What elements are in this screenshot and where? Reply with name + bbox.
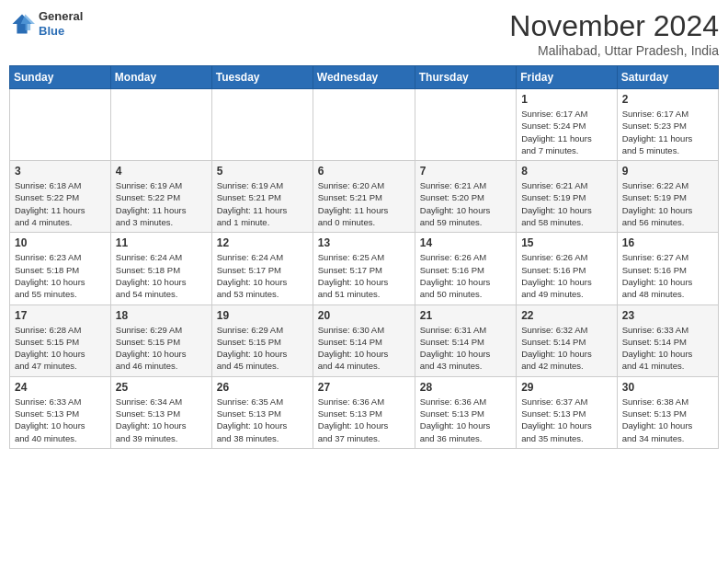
- calendar-cell: 5Sunrise: 6:19 AM Sunset: 5:21 PM Daylig…: [211, 161, 313, 233]
- title-block: November 2024 Malihabad, Uttar Pradesh, …: [509, 9, 719, 58]
- weekday-header-wednesday: Wednesday: [313, 66, 415, 89]
- day-number: 10: [15, 236, 106, 249]
- day-info: Sunrise: 6:26 AM Sunset: 5:16 PM Dayligh…: [420, 251, 511, 300]
- day-info: Sunrise: 6:21 AM Sunset: 5:20 PM Dayligh…: [420, 179, 511, 228]
- calendar-cell: 3Sunrise: 6:18 AM Sunset: 5:22 PM Daylig…: [10, 161, 111, 233]
- week-row-4: 17Sunrise: 6:28 AM Sunset: 5:15 PM Dayli…: [10, 304, 719, 376]
- day-info: Sunrise: 6:37 AM Sunset: 5:13 PM Dayligh…: [521, 396, 612, 444]
- day-number: 2: [622, 93, 713, 106]
- day-number: 17: [15, 309, 106, 322]
- day-info: Sunrise: 6:35 AM Sunset: 5:13 PM Dayligh…: [217, 396, 308, 444]
- calendar-cell: 30Sunrise: 6:38 AM Sunset: 5:13 PM Dayli…: [617, 376, 718, 448]
- day-info: Sunrise: 6:18 AM Sunset: 5:22 PM Dayligh…: [15, 179, 106, 228]
- calendar-cell: 20Sunrise: 6:30 AM Sunset: 5:14 PM Dayli…: [313, 304, 415, 376]
- day-number: 16: [622, 236, 713, 249]
- calendar-cell: 22Sunrise: 6:32 AM Sunset: 5:14 PM Dayli…: [517, 304, 618, 376]
- day-info: Sunrise: 6:30 AM Sunset: 5:14 PM Dayligh…: [318, 324, 410, 373]
- day-info: Sunrise: 6:17 AM Sunset: 5:24 PM Dayligh…: [521, 108, 612, 156]
- day-number: 24: [15, 381, 106, 394]
- day-info: Sunrise: 6:33 AM Sunset: 5:14 PM Dayligh…: [622, 324, 713, 373]
- day-info: Sunrise: 6:19 AM Sunset: 5:21 PM Dayligh…: [217, 179, 308, 228]
- day-number: 30: [622, 381, 713, 394]
- calendar-cell: 15Sunrise: 6:26 AM Sunset: 5:16 PM Dayli…: [517, 233, 618, 304]
- calendar-table: SundayMondayTuesdayWednesdayThursdayFrid…: [9, 65, 719, 449]
- calendar-cell: 16Sunrise: 6:27 AM Sunset: 5:16 PM Dayli…: [617, 233, 718, 304]
- calendar-cell: 10Sunrise: 6:23 AM Sunset: 5:18 PM Dayli…: [10, 233, 111, 304]
- calendar-cell: 23Sunrise: 6:33 AM Sunset: 5:14 PM Dayli…: [617, 304, 718, 376]
- day-number: 20: [318, 309, 410, 322]
- day-number: 3: [15, 165, 106, 178]
- day-info: Sunrise: 6:21 AM Sunset: 5:19 PM Dayligh…: [521, 179, 612, 228]
- day-number: 13: [318, 236, 410, 249]
- weekday-header-friday: Friday: [517, 66, 618, 89]
- weekday-header-row: SundayMondayTuesdayWednesdayThursdayFrid…: [10, 66, 719, 89]
- day-info: Sunrise: 6:20 AM Sunset: 5:21 PM Dayligh…: [318, 179, 410, 228]
- day-info: Sunrise: 6:22 AM Sunset: 5:19 PM Dayligh…: [622, 179, 713, 228]
- weekday-header-thursday: Thursday: [415, 66, 516, 89]
- day-number: 7: [420, 165, 511, 178]
- calendar-cell: 8Sunrise: 6:21 AM Sunset: 5:19 PM Daylig…: [517, 161, 618, 233]
- day-info: Sunrise: 6:33 AM Sunset: 5:13 PM Dayligh…: [15, 396, 106, 444]
- week-row-2: 3Sunrise: 6:18 AM Sunset: 5:22 PM Daylig…: [10, 161, 719, 233]
- day-number: 21: [420, 309, 511, 322]
- day-number: 8: [521, 165, 612, 178]
- calendar-cell: [415, 89, 516, 161]
- day-info: Sunrise: 6:29 AM Sunset: 5:15 PM Dayligh…: [116, 324, 207, 373]
- calendar-cell: [313, 89, 415, 161]
- calendar-cell: 29Sunrise: 6:37 AM Sunset: 5:13 PM Dayli…: [517, 376, 618, 448]
- day-info: Sunrise: 6:36 AM Sunset: 5:13 PM Dayligh…: [420, 396, 511, 444]
- day-number: 5: [217, 165, 308, 178]
- day-number: 26: [217, 381, 308, 394]
- calendar-cell: [110, 89, 211, 161]
- location: Malihabad, Uttar Pradesh, India: [509, 43, 719, 58]
- calendar-cell: 25Sunrise: 6:34 AM Sunset: 5:13 PM Dayli…: [110, 376, 211, 448]
- calendar-cell: 14Sunrise: 6:26 AM Sunset: 5:16 PM Dayli…: [415, 233, 516, 304]
- month-title: November 2024: [509, 9, 719, 43]
- calendar-cell: 19Sunrise: 6:29 AM Sunset: 5:15 PM Dayli…: [211, 304, 313, 376]
- calendar-cell: 9Sunrise: 6:22 AM Sunset: 5:19 PM Daylig…: [617, 161, 718, 233]
- day-number: 12: [217, 236, 308, 249]
- calendar-cell: 27Sunrise: 6:36 AM Sunset: 5:13 PM Dayli…: [313, 376, 415, 448]
- logo-text: General Blue: [39, 9, 83, 38]
- day-number: 28: [420, 381, 511, 394]
- page-header: General Blue November 2024 Malihabad, Ut…: [9, 9, 719, 58]
- day-info: Sunrise: 6:28 AM Sunset: 5:15 PM Dayligh…: [15, 324, 106, 373]
- day-number: 9: [622, 165, 713, 178]
- day-info: Sunrise: 6:19 AM Sunset: 5:22 PM Dayligh…: [116, 179, 207, 228]
- calendar-cell: 17Sunrise: 6:28 AM Sunset: 5:15 PM Dayli…: [10, 304, 111, 376]
- day-number: 18: [116, 309, 207, 322]
- calendar-cell: 1Sunrise: 6:17 AM Sunset: 5:24 PM Daylig…: [517, 89, 618, 161]
- day-info: Sunrise: 6:24 AM Sunset: 5:17 PM Dayligh…: [217, 251, 308, 300]
- day-number: 14: [420, 236, 511, 249]
- week-row-5: 24Sunrise: 6:33 AM Sunset: 5:13 PM Dayli…: [10, 376, 719, 448]
- day-info: Sunrise: 6:32 AM Sunset: 5:14 PM Dayligh…: [521, 324, 612, 373]
- calendar-cell: 24Sunrise: 6:33 AM Sunset: 5:13 PM Dayli…: [10, 376, 111, 448]
- calendar-cell: 4Sunrise: 6:19 AM Sunset: 5:22 PM Daylig…: [110, 161, 211, 233]
- weekday-header-monday: Monday: [110, 66, 211, 89]
- calendar-cell: 7Sunrise: 6:21 AM Sunset: 5:20 PM Daylig…: [415, 161, 516, 233]
- day-number: 27: [318, 381, 410, 394]
- weekday-header-sunday: Sunday: [10, 66, 111, 89]
- weekday-header-saturday: Saturday: [617, 66, 718, 89]
- day-number: 22: [521, 309, 612, 322]
- day-info: Sunrise: 6:27 AM Sunset: 5:16 PM Dayligh…: [622, 251, 713, 300]
- calendar-cell: [10, 89, 111, 161]
- day-info: Sunrise: 6:25 AM Sunset: 5:17 PM Dayligh…: [318, 251, 410, 300]
- calendar-cell: 28Sunrise: 6:36 AM Sunset: 5:13 PM Dayli…: [415, 376, 516, 448]
- calendar-cell: 6Sunrise: 6:20 AM Sunset: 5:21 PM Daylig…: [313, 161, 415, 233]
- day-number: 19: [217, 309, 308, 322]
- day-info: Sunrise: 6:24 AM Sunset: 5:18 PM Dayligh…: [116, 251, 207, 300]
- calendar-cell: 11Sunrise: 6:24 AM Sunset: 5:18 PM Dayli…: [110, 233, 211, 304]
- day-info: Sunrise: 6:23 AM Sunset: 5:18 PM Dayligh…: [15, 251, 106, 300]
- day-info: Sunrise: 6:17 AM Sunset: 5:23 PM Dayligh…: [622, 108, 713, 156]
- calendar-cell: 26Sunrise: 6:35 AM Sunset: 5:13 PM Dayli…: [211, 376, 313, 448]
- day-number: 29: [521, 381, 612, 394]
- week-row-3: 10Sunrise: 6:23 AM Sunset: 5:18 PM Dayli…: [10, 233, 719, 304]
- day-number: 1: [521, 93, 612, 106]
- week-row-1: 1Sunrise: 6:17 AM Sunset: 5:24 PM Daylig…: [10, 89, 719, 161]
- day-number: 15: [521, 236, 612, 249]
- calendar-cell: 18Sunrise: 6:29 AM Sunset: 5:15 PM Dayli…: [110, 304, 211, 376]
- calendar-cell: 12Sunrise: 6:24 AM Sunset: 5:17 PM Dayli…: [211, 233, 313, 304]
- logo-icon: [9, 11, 35, 37]
- calendar-cell: [211, 89, 313, 161]
